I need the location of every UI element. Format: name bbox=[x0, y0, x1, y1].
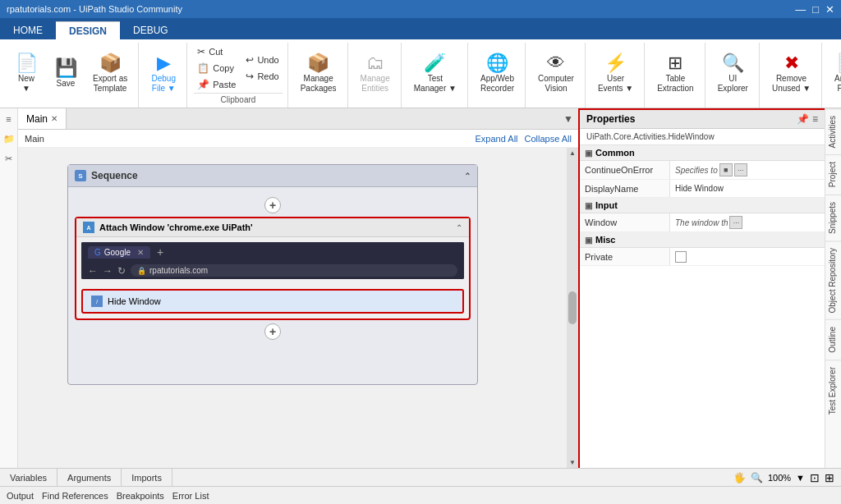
input-section-header: ▣ Input bbox=[580, 198, 825, 213]
manage-packages-button[interactable]: 📦 ManagePackages bbox=[295, 50, 342, 98]
user-events-button[interactable]: ⚡ UserEvents ▼ bbox=[592, 50, 639, 98]
export-as-template-button[interactable]: 📦 Export asTemplate bbox=[87, 50, 133, 98]
properties-menu-btn[interactable]: ≡ bbox=[812, 113, 818, 125]
add-activity-bottom[interactable]: + bbox=[264, 323, 281, 340]
sidebar-tab-outline[interactable]: Outline bbox=[825, 319, 841, 360]
continue-on-error-btn[interactable]: ■ bbox=[719, 163, 733, 176]
redo-button[interactable]: ↪ Redo bbox=[242, 69, 282, 84]
status-output[interactable]: Output bbox=[7, 491, 34, 501]
ribbon-group-entities: 🗂 ManageEntities bbox=[350, 43, 402, 108]
paste-button[interactable]: 📌 Paste bbox=[194, 77, 239, 92]
ui-explorer-button[interactable]: 🔍 UIExplorer bbox=[712, 50, 754, 98]
project-sidebar-icon[interactable]: 📁 bbox=[2, 131, 16, 146]
bottom-right-area: 🖐 🔍 100% ▼ ⊡ ⊞ bbox=[727, 471, 841, 484]
scrollbar-thumb[interactable] bbox=[568, 291, 577, 324]
properties-body: ▣ Common ContinueOnError Specifies to ■ … bbox=[580, 145, 825, 468]
cut-button[interactable]: ✂ Cut bbox=[194, 44, 239, 59]
ribbon-items-events: ⚡ UserEvents ▼ bbox=[592, 43, 639, 104]
display-name-label: DisplayName bbox=[580, 180, 670, 197]
scroll-down-arrow[interactable]: ▼ bbox=[569, 459, 576, 466]
cut-icon: ✂ bbox=[197, 46, 205, 57]
attach-collapse-btn[interactable]: ⌃ bbox=[456, 223, 462, 232]
ribbon-items-packages: 📦 ManagePackages bbox=[295, 43, 342, 104]
tab-debug[interactable]: DEBUG bbox=[120, 21, 182, 39]
table-label: TableExtraction bbox=[657, 74, 693, 94]
fit-workflow-btn[interactable]: ⊞ bbox=[825, 471, 834, 484]
imports-tab[interactable]: Imports bbox=[122, 469, 172, 486]
attach-window-header: A Attach Window 'chrome.exe UiPath' ⌃ bbox=[76, 218, 469, 237]
redo-label: Redo bbox=[257, 71, 278, 81]
forward-btn[interactable]: → bbox=[103, 265, 113, 277]
save-button[interactable]: 💾 Save bbox=[48, 55, 84, 93]
main-tab[interactable]: Main ✕ bbox=[18, 108, 67, 129]
close-btn[interactable]: ✕ bbox=[825, 3, 834, 16]
analyze-file-button[interactable]: 📊 AnalyzeFile ▼ bbox=[829, 50, 841, 98]
table-extraction-button[interactable]: ⊞ TableExtraction bbox=[651, 50, 699, 98]
add-activity-top[interactable]: + bbox=[264, 197, 281, 213]
maximize-btn[interactable]: □ bbox=[812, 3, 819, 16]
status-bar: Output Find References Breakpoints Error… bbox=[0, 486, 841, 504]
ribbon-group-packages: 📦 ManagePackages bbox=[290, 43, 348, 108]
ribbon-group-cv: 👁 ComputerVision bbox=[527, 43, 586, 108]
ribbon-group-appweb: 🌐 App/WebRecorder bbox=[470, 43, 526, 108]
properties-pin-btn[interactable]: 📌 bbox=[797, 113, 809, 125]
snippets-sidebar-icon[interactable]: ✂ bbox=[2, 151, 16, 166]
misc-toggle[interactable]: ▣ bbox=[585, 236, 592, 245]
hand-tool-icon[interactable]: 🖐 bbox=[733, 472, 746, 483]
common-section-header: ▣ Common bbox=[580, 145, 825, 161]
common-toggle[interactable]: ▣ bbox=[585, 149, 592, 158]
collapse-all-button[interactable]: Collapse All bbox=[525, 134, 572, 144]
scroll-up-arrow[interactable]: ▲ bbox=[569, 149, 576, 157]
sidebar-tab-test-explorer[interactable]: Test Explorer bbox=[825, 360, 841, 421]
variables-tab[interactable]: Variables bbox=[0, 469, 57, 486]
tab-home[interactable]: HOME bbox=[0, 21, 56, 39]
canvas-vertical-scrollbar[interactable]: ▲ ▼ bbox=[567, 148, 578, 468]
tab-design[interactable]: DESIGN bbox=[56, 21, 120, 39]
continue-on-error-dots[interactable]: ··· bbox=[734, 163, 747, 176]
sidebar-tab-activities[interactable]: Activities bbox=[825, 108, 841, 154]
input-toggle[interactable]: ▣ bbox=[585, 201, 592, 210]
activities-sidebar-icon[interactable]: ≡ bbox=[2, 112, 16, 126]
main-tab-close[interactable]: ✕ bbox=[51, 114, 57, 123]
remove-unused-button[interactable]: ✖ RemoveUnused ▼ bbox=[766, 50, 816, 98]
search-tool-icon[interactable]: 🔍 bbox=[751, 472, 763, 483]
redo-icon: ↪ bbox=[246, 71, 254, 82]
browser-tab-close[interactable]: ✕ bbox=[137, 248, 144, 257]
minimize-btn[interactable]: — bbox=[795, 3, 806, 16]
private-checkbox[interactable] bbox=[675, 251, 687, 263]
status-find-references[interactable]: Find References bbox=[42, 491, 108, 501]
zoom-dropdown[interactable]: ▼ bbox=[796, 473, 805, 483]
sequence-collapse-btn[interactable]: ⌃ bbox=[464, 172, 471, 181]
manage-entities-button[interactable]: 🗂 ManageEntities bbox=[355, 50, 396, 98]
fit-screen-btn[interactable]: ⊡ bbox=[810, 471, 820, 484]
private-row: Private bbox=[580, 248, 825, 266]
arguments-tab[interactable]: Arguments bbox=[57, 469, 122, 486]
debug-file-button[interactable]: ▶ DebugFile ▼ bbox=[145, 50, 182, 98]
tab-dropdown[interactable]: ▼ bbox=[558, 113, 578, 125]
appweb-icon: 🌐 bbox=[486, 54, 508, 72]
workflow-canvas[interactable]: S Sequence ⌃ + A Attach Window ' bbox=[18, 148, 567, 468]
computer-vision-button[interactable]: 👁 ComputerVision bbox=[532, 50, 580, 98]
status-breakpoints[interactable]: Breakpoints bbox=[117, 491, 164, 501]
ribbon-group-events: ⚡ UserEvents ▼ bbox=[587, 43, 645, 108]
refresh-btn[interactable]: ↻ bbox=[117, 265, 126, 277]
appweb-recorder-button[interactable]: 🌐 App/WebRecorder bbox=[475, 50, 520, 98]
test-manager-button[interactable]: 🧪 TestManager ▼ bbox=[408, 50, 462, 98]
sidebar-tab-object-repository[interactable]: Object Repository bbox=[825, 241, 841, 319]
url-bar[interactable]: 🔒 rpatutorials.com bbox=[131, 264, 457, 277]
main-layout: ≡ 📁 ✂ Main ✕ ▼ Main Expand All Collapse … bbox=[0, 108, 841, 468]
sidebar-tab-snippets[interactable]: Snippets bbox=[825, 195, 841, 241]
undo-button[interactable]: ↩ Undo bbox=[242, 53, 282, 67]
ribbon: 📄 New▼ 💾 Save 📦 Export asTemplate ▶ Debu… bbox=[0, 39, 841, 108]
back-btn[interactable]: ← bbox=[88, 265, 98, 277]
new-button[interactable]: 📄 New▼ bbox=[8, 50, 44, 98]
new-tab-btn[interactable]: + bbox=[157, 245, 163, 259]
expand-all-button[interactable]: Expand All bbox=[476, 134, 518, 144]
copy-button[interactable]: 📋 Copy bbox=[194, 61, 239, 76]
ribbon-items-clipboard: ✂ Cut 📋 Copy 📌 Paste ↩ Undo ↪ bbox=[194, 43, 282, 93]
window-btn[interactable]: ··· bbox=[729, 216, 742, 229]
ribbon-group-clipboard: ✂ Cut 📋 Copy 📌 Paste ↩ Undo ↪ bbox=[189, 43, 287, 108]
status-error-list[interactable]: Error List bbox=[172, 491, 209, 501]
packages-icon: 📦 bbox=[307, 54, 329, 72]
sidebar-tab-project[interactable]: Project bbox=[825, 154, 841, 194]
